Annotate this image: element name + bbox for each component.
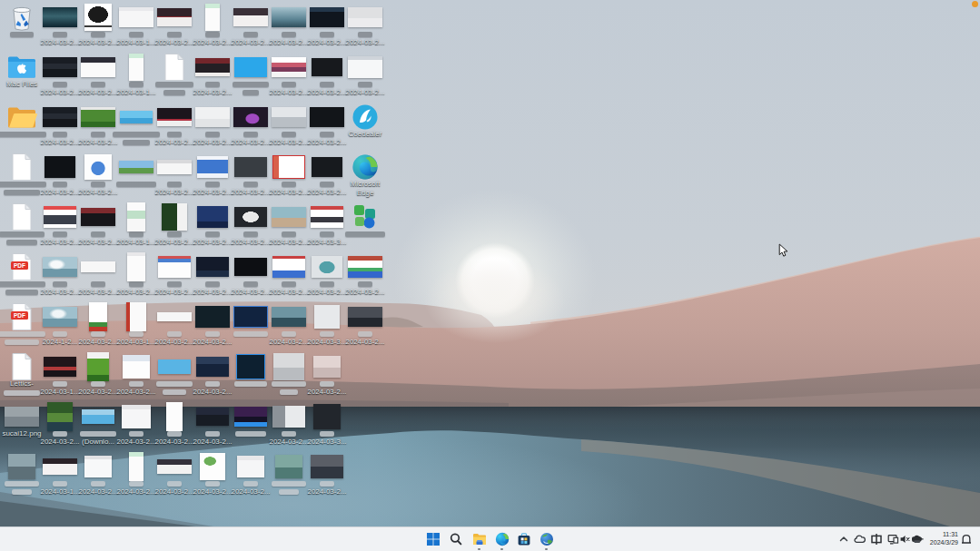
svg-text:PDF: PDF (14, 262, 25, 269)
svg-text:PDF: PDF (14, 312, 25, 319)
